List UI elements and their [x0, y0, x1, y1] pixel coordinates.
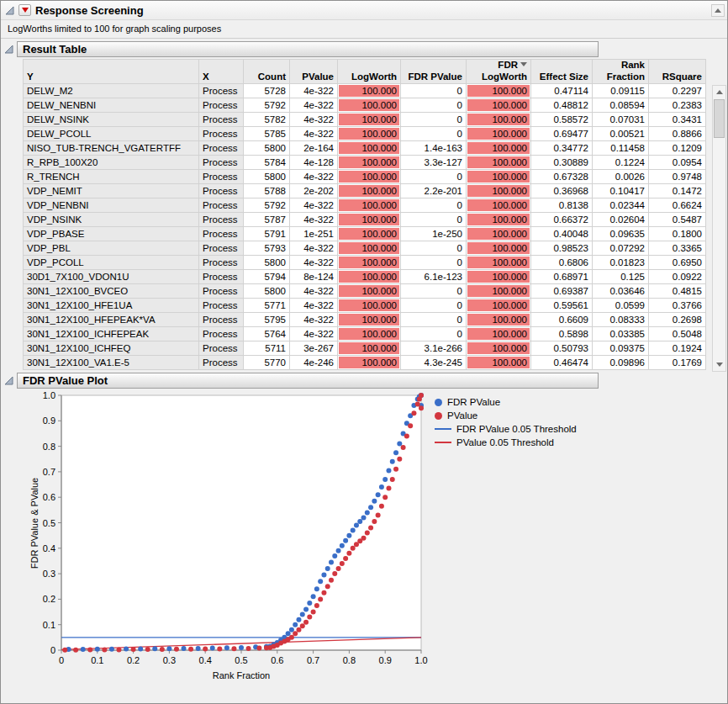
table-row[interactable]: 30N1_12X100_ICHFEQProcess57113e-267100.0…	[24, 341, 706, 356]
table-cell: 100.000	[338, 213, 401, 227]
column-header-rsquare[interactable]: RSquare	[649, 60, 706, 84]
scatter-point	[318, 579, 323, 584]
logworth-highlight-cell: 100.000	[339, 114, 399, 125]
legend-item[interactable]: FDR PValue	[435, 395, 577, 409]
legend-item[interactable]: PValue 0.05 Threshold	[435, 436, 577, 449]
scatter-point	[307, 601, 312, 606]
table-row[interactable]: DELW_M2Process57284e-322100.0000100.0000…	[24, 84, 706, 98]
table-cell: Process	[199, 227, 244, 241]
table-cell: 100.000	[467, 356, 531, 370]
column-header-x[interactable]: X	[199, 60, 244, 84]
column-header-label: Count	[247, 71, 286, 82]
scatter-point	[346, 551, 351, 556]
plot-svg[interactable]: 00.10.20.30.40.50.60.70.80.91.000.10.20.…	[23, 392, 705, 678]
legend-label: FDR PValue	[447, 397, 500, 407]
table-row[interactable]: VDP_NSINKProcess57874e-322100.0000100.00…	[24, 213, 706, 227]
table-cell: VDP_NENBNI	[24, 198, 199, 213]
table-cell: 0.5898	[531, 327, 593, 341]
legend-item[interactable]: FDR PValue 0.05 Threshold	[435, 422, 577, 436]
disclosure-triangle-main[interactable]	[5, 6, 14, 15]
column-header-pvalue[interactable]: PValue	[290, 60, 338, 84]
table-row[interactable]: 30N1_12X100_VA1.E-5Process57704e-246100.…	[24, 356, 706, 370]
disclosure-triangle-result-table[interactable]	[4, 45, 13, 54]
column-header-logworth[interactable]: LogWorth	[338, 60, 401, 84]
result-table-container: Y X Count PValue LogWorth FDR PValueFDRL…	[23, 59, 728, 370]
scroll-thumb[interactable]	[714, 99, 725, 138]
table-row[interactable]: VDP_PBASEProcess57911e-251100.0001e-2501…	[24, 227, 706, 241]
table-cell: Process	[199, 113, 244, 127]
logworth-highlight-cell: 100.000	[467, 128, 530, 140]
x-tick-label: 0.9	[379, 655, 392, 665]
scatter-point	[300, 612, 305, 617]
table-row[interactable]: 30N1_12X100_HFE1UAProcess57714e-322100.0…	[24, 299, 706, 313]
column-header-effect-size[interactable]: Effect Size	[531, 60, 593, 84]
legend-item[interactable]: PValue	[435, 409, 577, 422]
table-cell: 1e-250	[401, 227, 467, 241]
table-cell: 30N1_12X100_ICHFEPEAK	[24, 327, 199, 341]
table-cell: 2.2e-201	[401, 184, 467, 198]
red-triangle-menu[interactable]	[18, 4, 31, 16]
scroll-up-button[interactable]	[711, 4, 725, 17]
table-cell: 0.6609	[531, 313, 593, 327]
table-cell: VDP_PCOLL	[24, 256, 199, 270]
table-cell: 0.58572	[531, 113, 593, 127]
table-cell: 0	[401, 170, 467, 184]
scatter-point	[314, 603, 319, 608]
scroll-down-button[interactable]	[713, 358, 725, 371]
fdr-plot-header-bar[interactable]: FDR PValue Plot	[17, 373, 599, 389]
table-row[interactable]: R_TRENCHProcess58004e-322100.0000100.000…	[24, 170, 706, 184]
scatter-point	[390, 459, 395, 464]
result-table-header-bar[interactable]: Result Table	[17, 41, 599, 57]
table-row[interactable]: DELW_PCOLLProcess57854e-322100.0000100.0…	[24, 127, 706, 141]
legend-line-icon	[435, 428, 451, 430]
table-cell: 0.2297	[649, 84, 706, 98]
logworth-highlight-cell: 100.000	[339, 314, 399, 326]
column-header-label: RSquare	[652, 71, 702, 82]
scatter-point	[174, 647, 179, 652]
table-cell: 0.50793	[531, 341, 593, 356]
table-row[interactable]: DELW_NSINKProcess57824e-322100.0000100.0…	[24, 113, 706, 127]
column-header-FDR-logworth[interactable]: FDRLogWorth	[467, 60, 531, 84]
logworth-highlight-cell: 100.000	[467, 199, 530, 211]
table-row[interactable]: R_RPB_100X20Process57844e-128100.0003.3e…	[24, 156, 706, 170]
table-scrollbar[interactable]	[712, 85, 726, 372]
table-cell: 3.3e-127	[401, 156, 467, 170]
result-table-title: Result Table	[23, 43, 87, 56]
table-row[interactable]: NISO_TUB-TRENCH_VGATERTFFProcess58002e-1…	[24, 141, 706, 156]
column-header-y[interactable]: Y	[24, 60, 199, 84]
table-cell: 0	[401, 256, 467, 270]
table-row[interactable]: 30N1_12X100_BVCEOProcess58004e-322100.00…	[24, 284, 706, 299]
table-cell: 5800	[244, 170, 290, 184]
table-row[interactable]: VDP_PBLProcess57934e-322100.0000100.0000…	[24, 241, 706, 256]
logworth-highlight-cell: 100.000	[467, 271, 530, 283]
scatter-point	[397, 457, 402, 462]
table-row[interactable]: 30D1_7X100_VDON1UProcess57948e-124100.00…	[24, 270, 706, 284]
table-row[interactable]: 30N1_12X100_HFEPEAK*VAProcess57954e-3221…	[24, 313, 706, 327]
table-row[interactable]: 30N1_12X100_ICHFEPEAKProcess57644e-32210…	[24, 327, 706, 341]
scatter-point	[401, 445, 406, 450]
table-row[interactable]: VDP_PCOLLProcess58004e-322100.0000100.00…	[24, 256, 706, 270]
scatter-point	[296, 627, 301, 633]
x-tick-label: 0.2	[127, 655, 140, 665]
table-cell: 0	[401, 284, 467, 299]
table-cell: 100.000	[467, 313, 531, 327]
table-cell: 100.000	[467, 227, 531, 241]
disclosure-triangle-fdr-plot[interactable]	[4, 376, 13, 385]
table-cell: 0.0599	[593, 299, 649, 313]
table-row[interactable]: VDP_NENBNIProcess57924e-322100.0000100.0…	[24, 198, 706, 213]
column-header-count[interactable]: Count	[244, 60, 290, 84]
y-tick-label: 1.0	[43, 392, 55, 400]
table-cell: 0	[401, 84, 467, 98]
table-cell: 0.4815	[649, 284, 706, 299]
column-header-Rank-fraction[interactable]: RankFraction	[593, 60, 649, 84]
scroll-up-button[interactable]	[713, 86, 725, 98]
table-row[interactable]: DELW_NENBNIProcess57924e-322100.0000100.…	[24, 98, 706, 113]
table-cell: 100.000	[467, 113, 531, 127]
scatter-point	[286, 631, 291, 636]
column-header-label: LogWorth	[470, 71, 527, 82]
scatter-point	[368, 526, 373, 531]
column-header-fdr-pvalue[interactable]: FDR PValue	[401, 60, 467, 84]
table-row[interactable]: VDP_NEMITProcess57882e-202100.0002.2e-20…	[24, 184, 706, 198]
table-cell: 6.1e-123	[401, 270, 467, 284]
table-cell: 100.000	[467, 127, 531, 141]
